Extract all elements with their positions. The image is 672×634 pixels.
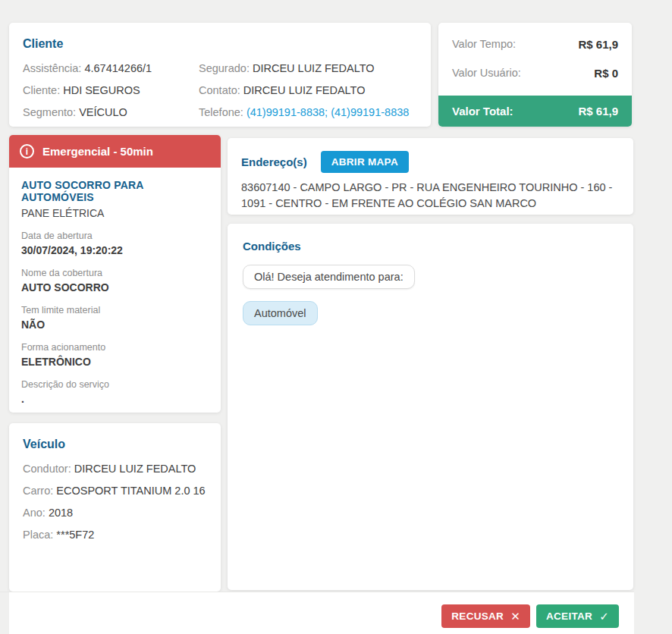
total-value-bar: Valor Total: R$ 61,9 — [438, 96, 632, 127]
chat-reply-chip: Automóvel — [243, 301, 318, 325]
check-icon: ✓ — [599, 610, 609, 623]
car-value: ECOSPORT TITANIUM 2.0 16 — [56, 485, 205, 497]
footer-bar: RECUSAR ✕ ACEITAR ✓ — [9, 592, 634, 634]
service-description-value: . — [21, 393, 209, 405]
trigger-mode-group: Forma acionamento ELETRÔNICO — [21, 342, 209, 368]
driver-value: DIRCEU LUIZ FEDALTO — [74, 463, 196, 475]
open-map-button[interactable]: ABRIR MAPA — [321, 151, 409, 173]
client-info-columns: Assistência: 4.67414266/1 Cliente: HDI S… — [23, 58, 417, 124]
accept-button[interactable]: ACEITAR ✓ — [536, 604, 619, 628]
user-value-label: Valor Usuário: — [452, 67, 521, 79]
client-card-title: Cliente — [23, 37, 417, 51]
segment-row: Segmento: VEÍCULO — [23, 102, 199, 124]
service-subtitle: PANE ELÉTRICA — [21, 207, 209, 219]
emergency-banner: i Emergencial - 50min — [9, 135, 221, 168]
client-label: Cliente: — [23, 84, 60, 96]
open-date-value: 30/07/2024, 19:20:22 — [21, 244, 209, 256]
insured-value: DIRCEU LUIZ FEDALTO — [253, 62, 375, 74]
material-limit-value: NÃO — [21, 319, 209, 331]
segment-value: VEÍCULO — [79, 106, 127, 118]
year-label: Ano: — [23, 507, 46, 519]
time-value-amount: R$ 61,9 — [578, 38, 618, 51]
vehicle-card: Veículo Condutor: DIRCEU LUIZ FEDALTO Ca… — [9, 423, 221, 592]
open-date-group: Data de abertura 30/07/2024, 19:20:22 — [21, 231, 209, 256]
plate-row: Placa: ***5F72 — [23, 524, 207, 546]
footer-actions: RECUSAR ✕ ACEITAR ✓ — [441, 604, 619, 628]
contact-label: Contato: — [199, 84, 240, 96]
user-value-amount: R$ 0 — [594, 67, 618, 80]
client-row: Cliente: HDI SEGUROS — [23, 80, 199, 102]
service-title: AUTO SOCORRO PARA AUTOMÓVEIS — [21, 179, 209, 203]
address-text: 83607140 - CAMPO LARGO - PR - RUA ENGENH… — [241, 180, 620, 212]
conditions-card: Condições Olá! Deseja atendimento para: … — [228, 224, 633, 590]
vehicle-card-title: Veículo — [23, 438, 207, 451]
year-value: 2018 — [49, 507, 73, 519]
refuse-button-label: RECUSAR — [451, 610, 504, 622]
time-value-label: Valor Tempo: — [452, 38, 516, 50]
coverage-name-group: Nome da cobertura AUTO SOCORRO — [21, 268, 209, 293]
phone-label: Telefone: — [199, 106, 243, 118]
open-date-label: Data de abertura — [21, 231, 209, 241]
total-value-label: Valor Total: — [452, 105, 513, 118]
service-description-label: Descrição do serviço — [21, 379, 209, 390]
client-info-column-right: Segurado: DIRCEU LUIZ FEDALTO Contato: D… — [199, 58, 417, 124]
client-card: Cliente Assistência: 4.67414266/1 Client… — [9, 23, 431, 127]
phone-link[interactable]: (41)99191-8838; (41)99191-8838 — [247, 106, 409, 118]
insured-row: Segurado: DIRCEU LUIZ FEDALTO — [199, 58, 417, 80]
time-value-row: Valor Tempo: R$ 61,9 — [438, 30, 632, 58]
address-card-title: Endereço(s) — [241, 155, 307, 168]
address-header: Endereço(s) ABRIR MAPA — [241, 151, 620, 173]
coverage-name-value: AUTO SOCORRO — [21, 281, 209, 293]
car-label: Carro: — [23, 485, 53, 497]
year-row: Ano: 2018 — [23, 502, 207, 524]
phone-row: Telefone: (41)99191-8838; (41)99191-8838 — [199, 102, 417, 124]
material-limit-group: Tem limite material NÃO — [21, 305, 209, 331]
emergency-title: Emergencial - 50min — [42, 145, 153, 158]
chat-message-row: Olá! Deseja atendimento para: — [243, 265, 618, 289]
service-card: i Emergencial - 50min AUTO SOCORRO PARA … — [9, 135, 221, 413]
accept-button-label: ACEITAR — [546, 610, 592, 622]
assistance-row: Assistência: 4.67414266/1 — [23, 58, 199, 80]
assistance-label: Assistência: — [23, 62, 81, 74]
address-card: Endereço(s) ABRIR MAPA 83607140 - CAMPO … — [228, 138, 633, 215]
pricing-card: Valor Tempo: R$ 61,9 Valor Usuário: R$ 0… — [438, 23, 632, 127]
contact-value: DIRCEU LUIZ FEDALTO — [243, 84, 366, 96]
client-value: HDI SEGUROS — [63, 84, 140, 96]
material-limit-label: Tem limite material — [21, 305, 209, 315]
refuse-button[interactable]: RECUSAR ✕ — [441, 604, 530, 628]
contact-row: Contato: DIRCEU LUIZ FEDALTO — [199, 80, 417, 102]
coverage-name-label: Nome da cobertura — [21, 268, 209, 278]
chat-reply-row: Automóvel — [243, 301, 618, 325]
client-info-column-left: Assistência: 4.67414266/1 Cliente: HDI S… — [23, 58, 199, 124]
plate-label: Placa: — [23, 529, 53, 541]
service-description-group: Descrição do serviço . — [21, 379, 209, 405]
segment-label: Segmento: — [23, 106, 76, 118]
plate-value: ***5F72 — [56, 529, 94, 541]
assistance-value: 4.67414266/1 — [84, 62, 152, 74]
chat-message: Olá! Deseja atendimento para: — [243, 265, 415, 289]
driver-row: Condutor: DIRCEU LUIZ FEDALTO — [23, 458, 207, 480]
close-icon: ✕ — [510, 610, 520, 623]
car-row: Carro: ECOSPORT TITANIUM 2.0 16 — [23, 480, 207, 502]
trigger-mode-label: Forma acionamento — [21, 342, 209, 353]
insured-label: Segurado: — [199, 62, 250, 74]
driver-label: Condutor: — [23, 463, 71, 475]
trigger-mode-value: ELETRÔNICO — [21, 356, 209, 368]
user-value-row: Valor Usuário: R$ 0 — [438, 58, 632, 87]
info-icon: i — [20, 144, 34, 158]
vehicle-rows: Condutor: DIRCEU LUIZ FEDALTO Carro: ECO… — [23, 458, 207, 546]
total-value-amount: R$ 61,9 — [578, 105, 618, 118]
conditions-card-title: Condições — [243, 240, 618, 253]
